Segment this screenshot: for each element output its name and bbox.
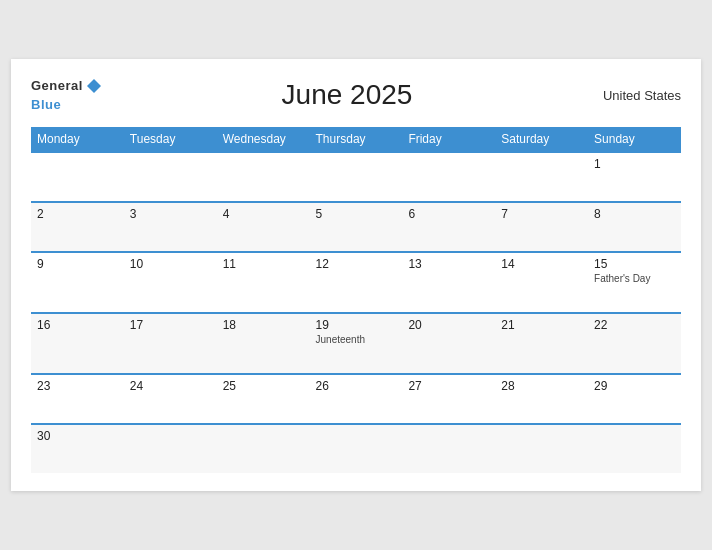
calendar-container: General Blue June 2025 United States Mon…	[11, 59, 701, 491]
weekday-header-wednesday: Wednesday	[217, 127, 310, 152]
calendar-cell: 15Father's Day	[588, 252, 681, 313]
calendar-header: General Blue June 2025 United States	[31, 77, 681, 113]
calendar-week-row: 23242526272829	[31, 374, 681, 424]
calendar-cell: 4	[217, 202, 310, 252]
calendar-cell: 29	[588, 374, 681, 424]
calendar-cell	[588, 424, 681, 473]
weekday-header-friday: Friday	[402, 127, 495, 152]
weekday-header-row: MondayTuesdayWednesdayThursdayFridaySatu…	[31, 127, 681, 152]
calendar-cell: 9	[31, 252, 124, 313]
calendar-cell: 20	[402, 313, 495, 374]
weekday-header-thursday: Thursday	[310, 127, 403, 152]
calendar-cell: 16	[31, 313, 124, 374]
day-number: 16	[37, 318, 118, 332]
day-number: 14	[501, 257, 582, 271]
calendar-cell	[310, 424, 403, 473]
calendar-cell: 6	[402, 202, 495, 252]
calendar-cell: 21	[495, 313, 588, 374]
logo: General Blue	[31, 77, 103, 113]
day-number: 12	[316, 257, 397, 271]
calendar-week-row: 2345678	[31, 202, 681, 252]
weekday-header-saturday: Saturday	[495, 127, 588, 152]
calendar-cell	[31, 152, 124, 202]
calendar-cell: 18	[217, 313, 310, 374]
calendar-cell: 10	[124, 252, 217, 313]
day-number: 30	[37, 429, 118, 443]
day-number: 27	[408, 379, 489, 393]
calendar-cell: 3	[124, 202, 217, 252]
calendar-cell: 13	[402, 252, 495, 313]
calendar-cell: 17	[124, 313, 217, 374]
day-number: 8	[594, 207, 675, 221]
logo-general-text: General	[31, 79, 83, 93]
calendar-cell: 7	[495, 202, 588, 252]
calendar-cell: 14	[495, 252, 588, 313]
calendar-cell: 19Juneteenth	[310, 313, 403, 374]
day-number: 25	[223, 379, 304, 393]
calendar-week-row: 1	[31, 152, 681, 202]
calendar-cell	[124, 152, 217, 202]
day-number: 24	[130, 379, 211, 393]
weekday-header-tuesday: Tuesday	[124, 127, 217, 152]
logo-flag-icon	[85, 77, 103, 95]
day-number: 22	[594, 318, 675, 332]
calendar-cell	[217, 424, 310, 473]
day-number: 18	[223, 318, 304, 332]
calendar-title: June 2025	[103, 79, 591, 111]
calendar-cell	[495, 152, 588, 202]
day-number: 10	[130, 257, 211, 271]
calendar-week-row: 16171819Juneteenth202122	[31, 313, 681, 374]
calendar-cell: 11	[217, 252, 310, 313]
day-number: 11	[223, 257, 304, 271]
calendar-cell: 25	[217, 374, 310, 424]
calendar-cell: 26	[310, 374, 403, 424]
day-number: 5	[316, 207, 397, 221]
day-number: 3	[130, 207, 211, 221]
calendar-cell: 2	[31, 202, 124, 252]
calendar-cell	[124, 424, 217, 473]
calendar-region: United States	[591, 88, 681, 103]
calendar-cell: 24	[124, 374, 217, 424]
day-number: 21	[501, 318, 582, 332]
calendar-cell: 22	[588, 313, 681, 374]
day-number: 17	[130, 318, 211, 332]
day-number: 6	[408, 207, 489, 221]
day-number: 4	[223, 207, 304, 221]
day-number: 26	[316, 379, 397, 393]
day-number: 29	[594, 379, 675, 393]
day-number: 7	[501, 207, 582, 221]
day-event: Juneteenth	[316, 334, 397, 345]
day-number: 9	[37, 257, 118, 271]
calendar-cell	[217, 152, 310, 202]
calendar-cell: 23	[31, 374, 124, 424]
calendar-cell: 1	[588, 152, 681, 202]
calendar-cell	[402, 152, 495, 202]
logo-blue-text: Blue	[31, 97, 61, 112]
calendar-cell: 8	[588, 202, 681, 252]
day-event: Father's Day	[594, 273, 675, 284]
calendar-cell	[495, 424, 588, 473]
calendar-cell	[310, 152, 403, 202]
calendar-cell: 27	[402, 374, 495, 424]
calendar-cell: 30	[31, 424, 124, 473]
day-number: 13	[408, 257, 489, 271]
weekday-header-monday: Monday	[31, 127, 124, 152]
weekday-header-sunday: Sunday	[588, 127, 681, 152]
svg-marker-0	[87, 79, 101, 93]
calendar-cell: 12	[310, 252, 403, 313]
day-number: 23	[37, 379, 118, 393]
day-number: 1	[594, 157, 675, 171]
calendar-cell: 28	[495, 374, 588, 424]
day-number: 28	[501, 379, 582, 393]
day-number: 2	[37, 207, 118, 221]
calendar-grid: MondayTuesdayWednesdayThursdayFridaySatu…	[31, 127, 681, 473]
day-number: 19	[316, 318, 397, 332]
calendar-cell: 5	[310, 202, 403, 252]
calendar-week-row: 30	[31, 424, 681, 473]
calendar-week-row: 9101112131415Father's Day	[31, 252, 681, 313]
calendar-cell	[402, 424, 495, 473]
day-number: 15	[594, 257, 675, 271]
day-number: 20	[408, 318, 489, 332]
